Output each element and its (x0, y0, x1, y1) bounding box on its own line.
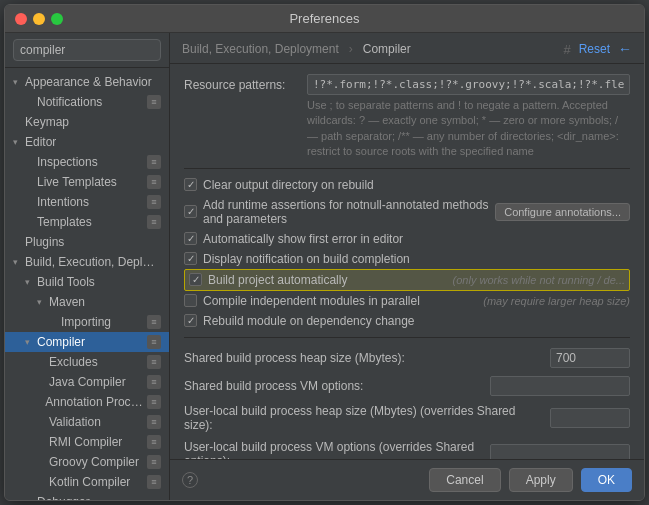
sidebar-item-maven[interactable]: ▾Maven (5, 292, 169, 312)
sidebar-item-build-exec[interactable]: ▾Build, Execution, Deployment (5, 252, 169, 272)
separator2 (184, 337, 630, 338)
sidebar-item-build-tools[interactable]: ▾Build Tools (5, 272, 169, 292)
option-label-compile-parallel: Compile independent modules in parallel (203, 294, 420, 308)
sidebar-item-live-templates[interactable]: Live Templates≡ (5, 172, 169, 192)
tree-arrow-icon: ▾ (25, 497, 37, 500)
sidebar-item-label: Groovy Compiler (49, 455, 139, 469)
resource-patterns-label: Resource patterns: (184, 74, 299, 92)
sidebar-item-compiler[interactable]: ▾Compiler≡ (5, 332, 169, 352)
resource-patterns-input[interactable] (307, 74, 630, 95)
search-input[interactable] (13, 39, 161, 61)
option-row-clear-output: Clear output directory on rebuild (184, 175, 630, 195)
sidebar-item-badge: ≡ (147, 475, 161, 489)
maximize-button[interactable] (51, 13, 63, 25)
tree-arrow-icon: ▾ (13, 77, 25, 87)
vm-options-label: Shared build process VM options: (184, 379, 482, 393)
sidebar-item-intentions[interactable]: Intentions≡ (5, 192, 169, 212)
preferences-window: Preferences ▾Appearance & BehaviorNotifi… (4, 4, 645, 501)
checkbox-build-automatically[interactable] (189, 273, 202, 286)
help-icon[interactable]: ? (182, 472, 198, 488)
sidebar-item-importing[interactable]: Importing≡ (5, 312, 169, 332)
panel-header: Build, Execution, Deployment › Compiler … (170, 33, 644, 64)
option-note-compile-parallel: (may require larger heap size) (483, 295, 630, 307)
option-row-rebuild-on-dependency: Rebuild module on dependency change (184, 311, 630, 331)
sidebar-item-debugger[interactable]: ▾Debugger (5, 492, 169, 500)
sidebar-list: ▾Appearance & BehaviorNotifications≡Keym… (5, 68, 169, 500)
sidebar-item-badge: ≡ (147, 175, 161, 189)
hash-icon[interactable]: # (563, 42, 570, 57)
sidebar-item-label: Appearance & Behavior (25, 75, 152, 89)
tree-arrow-icon: ▾ (25, 337, 37, 347)
option-label-add-assertions: Add runtime assertions for notnull-annot… (203, 198, 489, 226)
sidebar-item-label: RMI Compiler (49, 435, 122, 449)
checkbox-compile-parallel[interactable] (184, 294, 197, 307)
checkbox-clear-output[interactable] (184, 178, 197, 191)
sidebar-item-label: Debugger (37, 495, 90, 500)
sidebar-item-badge: ≡ (147, 355, 161, 369)
close-button[interactable] (15, 13, 27, 25)
configure-annotations-button[interactable]: Configure annotations... (495, 203, 630, 221)
heap-size-row: Shared build process heap size (Mbytes): (184, 344, 630, 372)
breadcrumb-separator: › (349, 42, 353, 56)
sidebar-item-badge: ≡ (147, 455, 161, 469)
checkbox-add-assertions[interactable] (184, 205, 197, 218)
sidebar-item-label: Excludes (49, 355, 98, 369)
user-vm-input[interactable] (490, 444, 630, 459)
user-heap-label: User-local build process heap size (Mbyt… (184, 404, 542, 432)
ok-button[interactable]: OK (581, 468, 632, 492)
search-bar (5, 33, 169, 68)
sidebar-item-notifications[interactable]: Notifications≡ (5, 92, 169, 112)
main-panel: Build, Execution, Deployment › Compiler … (170, 33, 644, 500)
sidebar-item-plugins[interactable]: Plugins (5, 232, 169, 252)
window-controls (15, 13, 63, 25)
sidebar-item-label: Keymap (25, 115, 69, 129)
panel-body: Resource patterns: Use ; to separate pat… (170, 64, 644, 459)
sidebar: ▾Appearance & BehaviorNotifications≡Keym… (5, 33, 170, 500)
sidebar-item-appearance[interactable]: ▾Appearance & Behavior (5, 72, 169, 92)
back-button[interactable]: ← (618, 41, 632, 57)
sidebar-item-label: Build, Execution, Deployment (25, 255, 161, 269)
sidebar-item-keymap[interactable]: Keymap (5, 112, 169, 132)
sidebar-item-label: Inspections (37, 155, 98, 169)
sidebar-item-badge: ≡ (147, 155, 161, 169)
sidebar-item-label: Build Tools (37, 275, 95, 289)
panel-header-actions: # Reset ← (563, 41, 632, 57)
sidebar-item-label: Importing (61, 315, 111, 329)
sidebar-item-editor[interactable]: ▾Editor (5, 132, 169, 152)
sidebar-item-label: Kotlin Compiler (49, 475, 130, 489)
sidebar-item-inspections[interactable]: Inspections≡ (5, 152, 169, 172)
sidebar-item-badge: ≡ (147, 435, 161, 449)
sidebar-item-rmi-compiler[interactable]: RMI Compiler≡ (5, 432, 169, 452)
tree-arrow-icon: ▾ (37, 297, 49, 307)
cancel-button[interactable]: Cancel (429, 468, 500, 492)
sidebar-item-kotlin-compiler[interactable]: Kotlin Compiler≡ (5, 472, 169, 492)
tree-arrow-icon: ▾ (25, 277, 37, 287)
sidebar-item-validation[interactable]: Validation≡ (5, 412, 169, 432)
sidebar-item-annotation-processors[interactable]: Annotation Processors≡ (5, 392, 169, 412)
option-label-show-first-error: Automatically show first error in editor (203, 232, 403, 246)
heap-size-input[interactable] (550, 348, 630, 368)
checkbox-rebuild-on-dependency[interactable] (184, 314, 197, 327)
minimize-button[interactable] (33, 13, 45, 25)
user-heap-row: User-local build process heap size (Mbyt… (184, 400, 630, 436)
sidebar-item-excludes[interactable]: Excludes≡ (5, 352, 169, 372)
user-vm-row: User-local build process VM options (ove… (184, 436, 630, 459)
sidebar-item-badge: ≡ (147, 375, 161, 389)
option-row-add-assertions: Add runtime assertions for notnull-annot… (184, 195, 630, 229)
sidebar-item-label: Compiler (37, 335, 85, 349)
tree-arrow-icon: ▾ (13, 257, 25, 267)
checkbox-display-notification[interactable] (184, 252, 197, 265)
sidebar-item-label: Annotation Processors (45, 395, 147, 409)
option-label-rebuild-on-dependency: Rebuild module on dependency change (203, 314, 415, 328)
user-heap-input[interactable] (550, 408, 630, 428)
apply-button[interactable]: Apply (509, 468, 573, 492)
sidebar-item-java-compiler[interactable]: Java Compiler≡ (5, 372, 169, 392)
sidebar-item-templates[interactable]: Templates≡ (5, 212, 169, 232)
checkbox-show-first-error[interactable] (184, 232, 197, 245)
option-row-compile-parallel: Compile independent modules in parallel(… (184, 291, 630, 311)
sidebar-item-label: Java Compiler (49, 375, 126, 389)
vm-options-input[interactable] (490, 376, 630, 396)
option-row-display-notification: Display notification on build completion (184, 249, 630, 269)
reset-button[interactable]: Reset (579, 42, 610, 56)
sidebar-item-groovy-compiler[interactable]: Groovy Compiler≡ (5, 452, 169, 472)
